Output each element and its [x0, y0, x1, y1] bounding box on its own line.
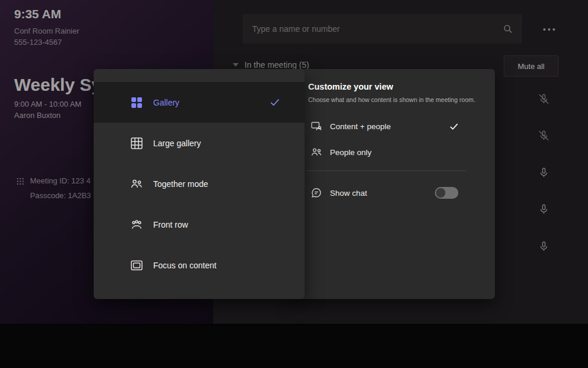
toggle-knob [436, 188, 445, 198]
customize-subtitle: Choose what and how content is shown in … [308, 96, 475, 103]
teams-room-console: 9:35 AM Conf Room Rainier 555-123-4567 W… [0, 0, 588, 368]
option-label: Content + people [330, 122, 391, 131]
layout-option-together-mode[interactable]: Together mode [94, 163, 305, 204]
layout-option-focus-on-content[interactable]: Focus on content [94, 245, 305, 285]
show-chat-label: Show chat [330, 189, 367, 198]
option-people-only[interactable]: People only [292, 141, 495, 163]
option-content-and-people[interactable]: Content + people [292, 115, 495, 137]
layout-option-gallery[interactable]: Gallery [94, 82, 305, 123]
customize-title: Customize your view [308, 82, 393, 91]
together-mode-icon [130, 177, 144, 191]
layout-option-large-gallery[interactable]: Large gallery [94, 123, 305, 163]
divider [306, 170, 466, 171]
content-people-icon [310, 120, 322, 132]
people-icon [310, 146, 322, 158]
layout-option-front-row[interactable]: Front row [94, 204, 305, 245]
show-chat-row: Show chat [292, 181, 495, 205]
layout-option-label: Front row [153, 220, 188, 229]
chat-icon [310, 187, 322, 199]
layout-option-label: Gallery [153, 98, 179, 107]
customize-view-panel: Customize your view Choose what and how … [292, 69, 495, 299]
option-label: People only [330, 148, 372, 157]
layout-menu: Gallery Large gallery Together mode Fron… [94, 69, 305, 299]
large-gallery-icon [130, 136, 144, 150]
check-icon [269, 96, 281, 109]
check-icon [448, 121, 460, 132]
front-row-icon [130, 218, 144, 232]
gallery-icon [130, 96, 144, 110]
layout-option-label: Together mode [153, 179, 208, 189]
layout-option-label: Focus on content [153, 261, 216, 270]
control-bar [0, 324, 588, 368]
show-chat-toggle[interactable] [435, 187, 458, 199]
focus-content-icon [130, 258, 144, 272]
layout-option-label: Large gallery [153, 139, 201, 148]
